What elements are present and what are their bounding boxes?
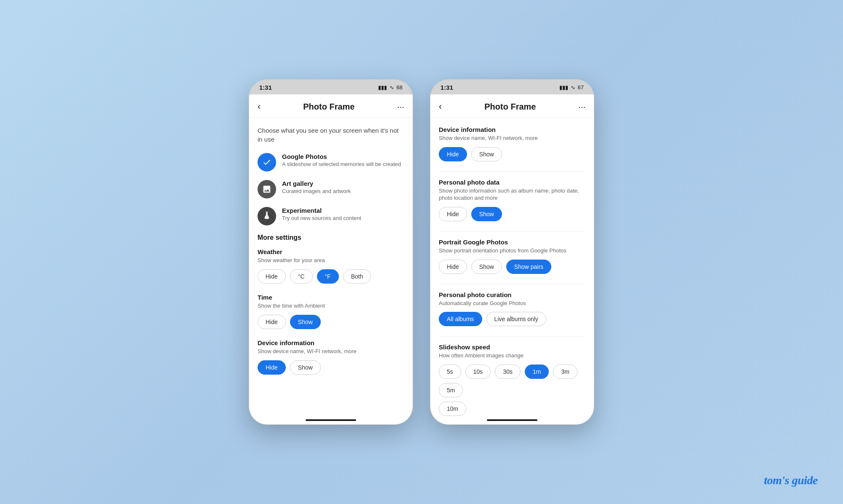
option-art-gallery[interactable]: Art gallery Curated images and artwork — [258, 180, 404, 198]
home-indicator-left — [249, 416, 413, 424]
weather-fahrenheit-btn[interactable]: °F — [317, 269, 339, 284]
weather-hide-btn[interactable]: Hide — [258, 269, 286, 284]
weather-both-btn[interactable]: Both — [343, 269, 371, 284]
flask-icon — [262, 212, 271, 221]
nav-bar-right: ‹ Photo Frame ··· — [430, 94, 594, 118]
status-icons-left: ▮▮▮ ∿ 68 — [378, 84, 403, 91]
portrait-google-photos-desc: Show portrait orientation photos from Go… — [439, 247, 585, 255]
personal-photo-data-label: Personal photo data — [439, 179, 585, 186]
setting-portrait-google-photos: Portrait Google Photos Show portrait ori… — [439, 239, 585, 274]
divider-1 — [439, 172, 585, 172]
setting-slideshow-speed: Slideshow speed How often Ambient images… — [439, 343, 585, 416]
art-gallery-title: Art gallery — [282, 180, 351, 187]
status-bar-right: 1:31 ▮▮▮ ∿ 67 — [430, 80, 594, 94]
page-title-left: Photo Frame — [303, 102, 354, 112]
weather-desc: Show weather for your area — [258, 257, 404, 264]
screen-content-right: Device information Show device name, WI-… — [430, 118, 594, 416]
option-google-photos[interactable]: Google Photos A slideshow of selected me… — [258, 153, 404, 172]
divider-4 — [439, 336, 585, 337]
time-desc: Show the time with Ambient — [258, 303, 404, 310]
all-albums-btn[interactable]: All albums — [439, 312, 482, 326]
page-title-right: Photo Frame — [484, 102, 536, 112]
home-indicator-right — [430, 416, 594, 424]
status-bar-left: 1:31 ▮▮▮ ∿ 68 — [249, 80, 413, 94]
portrait-hide-btn[interactable]: Hide — [439, 260, 467, 274]
battery-icon-right: 67 — [578, 84, 584, 91]
battery-icon-left: 68 — [397, 84, 403, 91]
google-photos-title: Google Photos — [282, 153, 401, 160]
art-gallery-text: Art gallery Curated images and artwork — [282, 180, 351, 195]
device-info-btn-group-left: Hide Show — [258, 360, 404, 375]
status-icons-right: ▮▮▮ ∿ 67 — [559, 84, 584, 91]
time-left: 1:31 — [259, 84, 272, 91]
personal-photo-data-hide-btn[interactable]: Hide — [439, 207, 467, 221]
back-button-left[interactable]: ‹ — [258, 101, 260, 112]
watermark: tom's guide — [764, 474, 818, 487]
device-info-show-btn-left[interactable]: Show — [290, 360, 321, 375]
home-bar-left — [306, 419, 356, 421]
google-photos-icon — [258, 153, 276, 172]
device-info-desc-right: Show device name, WI-FI network, more — [439, 135, 585, 142]
weather-celsius-btn[interactable]: °C — [290, 269, 313, 284]
art-gallery-icon — [258, 180, 276, 198]
slideshow-speed-btn-group-2: 10m — [439, 402, 585, 416]
personal-photo-curation-btn-group: All albums Live albums only — [439, 312, 585, 326]
device-info-show-btn-right[interactable]: Show — [471, 147, 502, 161]
portrait-show-btn[interactable]: Show — [471, 260, 502, 274]
art-gallery-desc: Curated images and artwork — [282, 188, 351, 195]
more-settings-label: More settings — [258, 234, 404, 241]
option-experimental[interactable]: Experimental Try out new sources and con… — [258, 207, 404, 225]
time-btn-group: Hide Show — [258, 315, 404, 329]
portrait-google-photos-btn-group: Hide Show Show pairs — [439, 260, 585, 274]
nav-bar-left: ‹ Photo Frame ··· — [249, 94, 413, 118]
speed-3m-btn[interactable]: 3m — [553, 365, 577, 379]
setting-weather: Weather Show weather for your area Hide … — [258, 248, 404, 284]
portrait-show-pairs-btn[interactable]: Show pairs — [506, 260, 551, 274]
speed-10m-btn[interactable]: 10m — [439, 402, 466, 416]
speed-10s-btn[interactable]: 10s — [465, 365, 491, 379]
speed-5m-btn[interactable]: 5m — [439, 383, 463, 397]
personal-photo-data-btn-group: Hide Show — [439, 207, 585, 221]
screen-left: ‹ Photo Frame ··· Choose what you see on… — [249, 94, 413, 424]
wifi-icon-left: ∿ — [389, 84, 394, 91]
back-button-right[interactable]: ‹ — [439, 101, 442, 112]
divider-2 — [439, 231, 585, 232]
experimental-icon — [258, 207, 276, 225]
more-button-left[interactable]: ··· — [397, 102, 404, 112]
device-info-hide-btn-left[interactable]: Hide — [258, 360, 286, 375]
speed-30s-btn[interactable]: 30s — [495, 365, 521, 379]
experimental-desc: Try out new sources and content — [282, 215, 361, 222]
speed-1m-btn[interactable]: 1m — [525, 365, 549, 379]
google-photos-text: Google Photos A slideshow of selected me… — [282, 153, 401, 168]
checkmark-icon — [262, 158, 271, 167]
image-icon — [262, 185, 271, 194]
weather-btn-group: Hide °C °F Both — [258, 269, 404, 284]
device-info-label-right: Device information — [439, 126, 585, 133]
personal-photo-curation-desc: Automatically curate Google Photos — [439, 300, 585, 307]
slideshow-speed-btn-group: 5s 10s 30s 1m 3m 5m — [439, 365, 585, 397]
experimental-title: Experimental — [282, 207, 361, 214]
signal-icon-left: ▮▮▮ — [378, 84, 387, 91]
device-info-btn-group-right: Hide Show — [439, 147, 585, 161]
device-info-desc-left: Show device name, WI-FI network, more — [258, 348, 404, 355]
time-hide-btn[interactable]: Hide — [258, 315, 286, 329]
time-label: Time — [258, 294, 404, 301]
setting-device-info-right: Device information Show device name, WI-… — [439, 126, 585, 161]
screen-content-left: Choose what you see on your screen when … — [249, 118, 413, 416]
subtitle-left: Choose what you see on your screen when … — [258, 126, 404, 144]
slideshow-speed-desc: How often Ambient images change — [439, 352, 585, 359]
signal-icon-right: ▮▮▮ — [559, 84, 568, 91]
device-info-label-left: Device information — [258, 339, 404, 346]
live-albums-only-btn[interactable]: Live albums only — [486, 312, 546, 326]
slideshow-speed-label: Slideshow speed — [439, 343, 585, 351]
wifi-icon-right: ∿ — [571, 84, 575, 91]
device-info-hide-btn-right[interactable]: Hide — [439, 147, 467, 161]
time-show-btn[interactable]: Show — [290, 315, 321, 329]
speed-5s-btn[interactable]: 5s — [439, 365, 461, 379]
more-button-right[interactable]: ··· — [578, 102, 585, 112]
personal-photo-data-show-btn[interactable]: Show — [471, 207, 502, 221]
setting-device-info-left: Device information Show device name, WI-… — [258, 339, 404, 375]
personal-photo-data-desc: Show photo information such as album nam… — [439, 188, 585, 202]
divider-3 — [439, 284, 585, 284]
phone-right: 1:31 ▮▮▮ ∿ 67 ‹ Photo Frame ··· Device i… — [430, 79, 594, 425]
